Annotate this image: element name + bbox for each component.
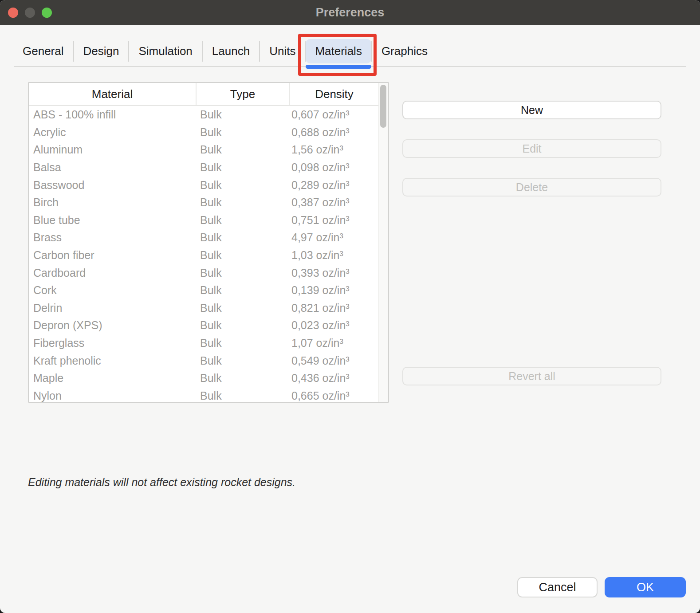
table-row[interactable]: FiberglassBulk1,07 oz/in³	[29, 334, 379, 352]
table-row[interactable]: BirchBulk0,387 oz/in³	[29, 194, 379, 212]
preferences-window: Preferences GeneralDesignSimulationLaunc…	[0, 0, 700, 613]
cell-type: Bulk	[197, 108, 290, 121]
table-row[interactable]: NylonBulk0,665 oz/in³	[29, 387, 379, 402]
column-header-material[interactable]: Material	[29, 83, 197, 105]
annotation-highlight-rect	[298, 34, 376, 76]
cell-density: 1,07 oz/in³	[290, 337, 379, 350]
cell-material: Cardboard	[29, 267, 197, 279]
cell-material: Blue tube	[29, 214, 197, 227]
cell-material: Maple	[29, 372, 197, 385]
action-new-button[interactable]: New	[402, 101, 661, 119]
column-header-density[interactable]: Density	[290, 83, 379, 105]
table-row[interactable]: ABS - 100% infillBulk0,607 oz/in³	[29, 106, 379, 124]
tab-simulation[interactable]: Simulation	[129, 39, 201, 63]
cell-material: Kraft phenolic	[29, 354, 197, 367]
cell-density: 0,688 oz/in³	[290, 126, 379, 139]
table-row[interactable]: Kraft phenolicBulk0,549 oz/in³	[29, 352, 379, 369]
cell-material: Basswood	[29, 179, 197, 192]
cell-density: 1,03 oz/in³	[290, 249, 379, 262]
cell-density: 0,665 oz/in³	[290, 389, 379, 402]
table-row[interactable]: Carbon fiberBulk1,03 oz/in³	[29, 247, 379, 264]
cell-density: 0,821 oz/in³	[290, 302, 379, 314]
cell-density: 0,289 oz/in³	[290, 179, 379, 192]
cell-material: Fiberglass	[29, 337, 197, 350]
cell-density: 0,387 oz/in³	[290, 196, 379, 209]
table-row[interactable]: AluminumBulk1,56 oz/in³	[29, 141, 379, 159]
table-header: Material Type Density	[29, 83, 379, 106]
cancel-button[interactable]: Cancel	[517, 577, 598, 597]
cell-density: 0,607 oz/in³	[290, 108, 379, 121]
cell-material: Brass	[29, 231, 197, 244]
materials-table: Material Type Density ABS - 100% infillB…	[28, 82, 389, 403]
titlebar: Preferences	[0, 0, 700, 25]
cell-type: Bulk	[197, 372, 290, 385]
materials-note: Editing materials will not affect existi…	[28, 476, 295, 489]
cell-type: Bulk	[197, 179, 290, 192]
cell-type: Bulk	[197, 143, 290, 156]
cell-material: Carbon fiber	[29, 249, 197, 262]
table-row[interactable]: MapleBulk0,436 oz/in³	[29, 369, 379, 387]
cell-material: Balsa	[29, 161, 197, 174]
table-row[interactable]: BasswoodBulk0,289 oz/in³	[29, 176, 379, 194]
cell-material: Cork	[29, 284, 197, 297]
cell-type: Bulk	[197, 389, 290, 402]
ok-button[interactable]: OK	[605, 577, 686, 597]
cell-type: Bulk	[197, 302, 290, 314]
tab-launch[interactable]: Launch	[203, 39, 259, 63]
cell-density: 0,139 oz/in³	[290, 284, 379, 297]
cell-type: Bulk	[197, 214, 290, 227]
cell-material: ABS - 100% infill	[29, 108, 197, 121]
tab-bar: GeneralDesignSimulationLaunchUnitsMateri…	[13, 39, 437, 63]
action-revert-all-button: Revert all	[402, 367, 661, 385]
cell-type: Bulk	[197, 161, 290, 174]
table-row[interactable]: AcrylicBulk0,688 oz/in³	[29, 124, 379, 141]
cell-material: Depron (XPS)	[29, 319, 197, 332]
cell-density: 0,023 oz/in³	[290, 319, 379, 332]
scrollbar-thumb[interactable]	[380, 85, 386, 128]
cell-type: Bulk	[197, 284, 290, 297]
table-row[interactable]: BrassBulk4,97 oz/in³	[29, 229, 379, 247]
cell-type: Bulk	[197, 249, 290, 262]
table-row[interactable]: CorkBulk0,139 oz/in³	[29, 282, 379, 299]
cell-density: 0,751 oz/in³	[290, 214, 379, 227]
tab-design[interactable]: Design	[74, 39, 129, 63]
cell-density: 4,97 oz/in³	[290, 231, 379, 244]
table-row[interactable]: CardboardBulk0,393 oz/in³	[29, 264, 379, 282]
cell-density: 0,549 oz/in³	[290, 354, 379, 367]
cell-type: Bulk	[197, 126, 290, 139]
cell-type: Bulk	[197, 354, 290, 367]
cell-material: Delrin	[29, 302, 197, 314]
cell-type: Bulk	[197, 337, 290, 350]
tab-general[interactable]: General	[13, 39, 73, 63]
cell-density: 1,56 oz/in³	[290, 143, 379, 156]
cell-type: Bulk	[197, 196, 290, 209]
action-edit-button: Edit	[402, 139, 661, 158]
cell-type: Bulk	[197, 231, 290, 244]
tab-units[interactable]: Units	[260, 39, 305, 63]
column-header-type[interactable]: Type	[197, 83, 290, 105]
table-row[interactable]: Depron (XPS)Bulk0,023 oz/in³	[29, 317, 379, 334]
table-row[interactable]: BalsaBulk0,098 oz/in³	[29, 159, 379, 177]
scrollbar-track[interactable]	[378, 83, 388, 402]
cell-material: Aluminum	[29, 143, 197, 156]
cell-density: 0,436 oz/in³	[290, 372, 379, 385]
window-title: Preferences	[0, 0, 700, 25]
cell-material: Acrylic	[29, 126, 197, 139]
tab-graphics[interactable]: Graphics	[372, 39, 437, 63]
table-row[interactable]: Blue tubeBulk0,751 oz/in³	[29, 212, 379, 229]
cell-material: Birch	[29, 196, 197, 209]
table-row[interactable]: DelrinBulk0,821 oz/in³	[29, 299, 379, 317]
cell-material: Nylon	[29, 389, 197, 402]
cell-density: 0,098 oz/in³	[290, 161, 379, 174]
tab-materials[interactable]: Materials	[306, 39, 371, 63]
cell-type: Bulk	[197, 319, 290, 332]
action-delete-button: Delete	[402, 178, 661, 196]
cell-type: Bulk	[197, 267, 290, 279]
cell-density: 0,393 oz/in³	[290, 267, 379, 279]
table-body: ABS - 100% infillBulk0,607 oz/in³Acrylic…	[29, 106, 379, 402]
